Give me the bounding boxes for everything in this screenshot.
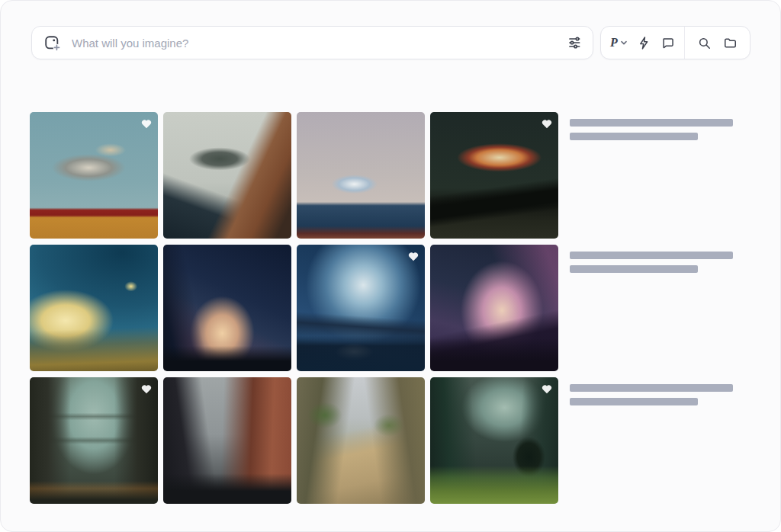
filters-icon	[567, 35, 582, 50]
liked-heart-icon[interactable]	[141, 384, 152, 394]
chat-bubble-icon	[660, 36, 675, 50]
skeleton-text-line	[570, 398, 698, 405]
skeleton-text-line	[570, 265, 698, 273]
gallery-image-city-2[interactable]	[163, 377, 291, 504]
add-image-button[interactable]	[43, 34, 60, 51]
gallery-image-whale-1[interactable]	[30, 112, 158, 239]
prompt-bar	[31, 26, 593, 59]
skeleton-text-line	[570, 119, 733, 127]
search-icon	[697, 36, 712, 50]
gallery-image-whale-3[interactable]	[297, 112, 425, 239]
liked-heart-icon[interactable]	[141, 119, 152, 129]
folder-button[interactable]	[723, 36, 738, 50]
skeleton-text-line	[570, 384, 733, 392]
gallery-image-city-3[interactable]	[297, 377, 425, 504]
chat-button[interactable]	[660, 36, 675, 50]
gallery-image-city-4[interactable]	[430, 377, 558, 504]
search-button[interactable]	[697, 36, 712, 50]
skeleton-text-line	[570, 133, 698, 140]
gallery-image-night-3[interactable]	[297, 245, 425, 371]
personalize-label: P	[610, 37, 618, 49]
add-image-icon	[43, 34, 60, 51]
personalize-dropdown[interactable]: P	[610, 37, 628, 49]
gallery-image-night-4[interactable]	[430, 245, 558, 371]
toolbar-right-group	[685, 27, 750, 59]
fast-mode-button[interactable]	[637, 36, 651, 50]
gallery-image-night-2[interactable]	[163, 245, 291, 371]
toolbar: P	[600, 26, 750, 59]
toolbar-left-group: P	[601, 27, 684, 59]
lightning-icon	[637, 36, 651, 50]
gallery-image-whale-2[interactable]	[163, 112, 291, 239]
folder-icon	[723, 36, 738, 50]
gallery-image-city-1[interactable]	[30, 377, 158, 504]
filters-button[interactable]	[567, 35, 582, 50]
liked-heart-icon[interactable]	[542, 119, 552, 129]
gallery-image-whale-4[interactable]	[430, 112, 558, 239]
image-grid	[30, 112, 558, 504]
skeleton-text-line	[570, 252, 733, 259]
app-window: P	[0, 0, 781, 532]
chevron-down-icon	[620, 39, 628, 46]
prompt-input[interactable]	[70, 36, 557, 50]
liked-heart-icon[interactable]	[408, 252, 419, 261]
liked-heart-icon[interactable]	[542, 384, 552, 394]
gallery-image-night-1[interactable]	[30, 245, 158, 371]
